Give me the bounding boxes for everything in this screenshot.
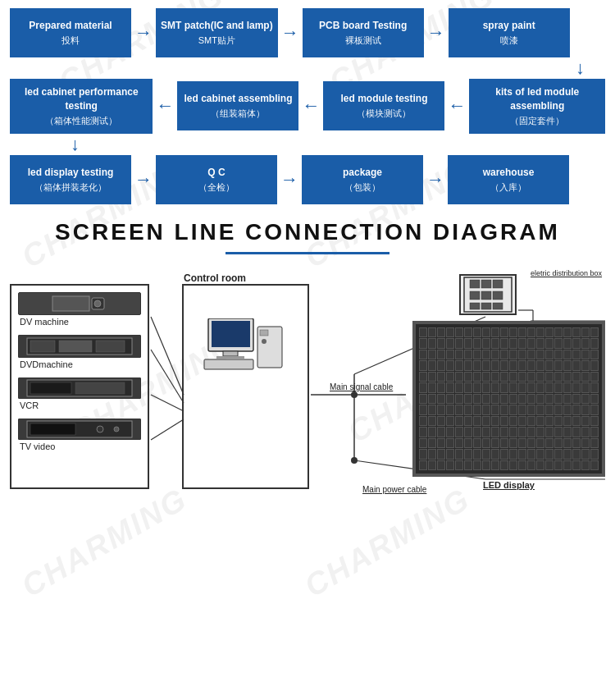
arrow-3: → xyxy=(427,22,445,43)
led-cell xyxy=(545,460,554,470)
led-cell xyxy=(518,405,526,414)
page-content: Prepared material 投料 → SMT patch(IC and … xyxy=(0,0,615,530)
flow-box-label-en: PCB board Testing xyxy=(319,19,407,33)
led-cell xyxy=(482,360,490,370)
led-cell xyxy=(464,427,472,437)
led-cell xyxy=(428,405,436,414)
arrow-5: ← xyxy=(302,95,320,117)
control-room-label: Control room xyxy=(184,272,246,284)
svg-point-28 xyxy=(114,427,119,432)
arrow-7: → xyxy=(134,169,153,190)
led-cell xyxy=(590,327,599,337)
led-cell xyxy=(491,338,499,348)
led-cell xyxy=(581,405,590,414)
led-cell xyxy=(437,438,445,448)
led-cell xyxy=(500,427,508,437)
led-cell xyxy=(464,338,472,348)
led-cell xyxy=(491,416,499,426)
arrow-6: ← xyxy=(156,95,174,117)
led-cell xyxy=(482,405,490,414)
led-cell xyxy=(545,438,554,448)
led-cell xyxy=(581,427,590,437)
led-cell xyxy=(572,449,581,459)
led-cell xyxy=(455,360,463,370)
led-cell xyxy=(419,382,427,392)
led-cell xyxy=(464,327,472,337)
device-dvd: DVDmachine xyxy=(18,335,141,369)
devices-box: DV machine DVDmachine xyxy=(10,284,149,489)
led-cell xyxy=(518,382,526,392)
led-cell xyxy=(581,460,590,470)
flow-row-3: led display testing （箱体拼装老化） → Q C （全检） … xyxy=(10,155,605,204)
flow-box-pcb: PCB board Testing 裸板测试 xyxy=(303,8,424,57)
led-cell xyxy=(491,394,499,404)
flow-box-label-cn: 投料 xyxy=(61,34,80,47)
led-cell xyxy=(419,360,427,370)
down-arrow-2: ↓ xyxy=(10,135,605,153)
led-cell xyxy=(572,427,581,437)
led-cell xyxy=(518,372,526,382)
flow-box-spray: spray paint 喷漆 xyxy=(449,8,570,57)
led-cell xyxy=(419,449,427,459)
led-cell xyxy=(446,460,454,470)
led-cell xyxy=(572,327,581,337)
led-cell xyxy=(500,327,508,337)
led-cell xyxy=(455,405,463,414)
device-dv: DV machine xyxy=(18,292,141,327)
led-cell xyxy=(527,416,535,426)
led-cell xyxy=(554,427,563,437)
flow-box-led-kits: kits of led module assembling （固定套件） xyxy=(469,79,605,134)
dv-label: DV machine xyxy=(18,317,141,327)
led-cell xyxy=(536,360,544,370)
led-cell xyxy=(437,405,445,414)
led-cell xyxy=(572,416,581,426)
led-cell xyxy=(419,350,427,359)
led-cell xyxy=(518,350,526,359)
led-cell xyxy=(536,416,544,426)
flow-box-label-en: led cabinet performance testing xyxy=(15,85,148,113)
led-cell xyxy=(482,416,490,426)
svg-rect-45 xyxy=(481,303,491,309)
svg-rect-46 xyxy=(493,303,503,309)
flow-box-label-cn: （箱体性能测试） xyxy=(45,115,117,127)
svg-rect-40 xyxy=(493,280,503,288)
led-cell xyxy=(581,350,590,359)
led-cell xyxy=(455,460,463,470)
led-cell xyxy=(563,449,572,459)
led-cell xyxy=(590,372,599,382)
led-cell xyxy=(482,460,490,470)
svg-rect-15 xyxy=(52,296,89,311)
led-cell xyxy=(563,360,572,370)
led-cell xyxy=(491,327,499,337)
led-cell xyxy=(536,327,544,337)
led-cell xyxy=(419,416,427,426)
led-cell xyxy=(554,394,563,404)
svg-rect-30 xyxy=(212,321,250,347)
led-cell xyxy=(554,350,563,359)
arrow-2: → xyxy=(281,22,299,43)
led-cell xyxy=(464,372,472,382)
led-cell xyxy=(563,382,572,392)
flow-box-label-en: led module testing xyxy=(340,92,427,106)
led-cell xyxy=(527,438,535,448)
led-cell xyxy=(590,350,599,359)
led-cell xyxy=(437,416,445,426)
led-cell xyxy=(419,427,427,437)
led-cell xyxy=(563,338,572,348)
led-cell xyxy=(581,416,590,426)
led-cell xyxy=(473,327,481,337)
flow-box-label-cn: （入库） xyxy=(490,181,526,194)
svg-rect-38 xyxy=(470,280,480,288)
led-cell xyxy=(581,449,590,459)
led-cell xyxy=(509,394,517,404)
led-cell xyxy=(500,394,508,404)
led-cell xyxy=(545,416,554,426)
svg-rect-31 xyxy=(223,351,238,356)
led-cell xyxy=(491,449,499,459)
svg-rect-26 xyxy=(30,423,75,435)
led-cell xyxy=(509,372,517,382)
led-cell xyxy=(500,405,508,414)
led-cell xyxy=(482,338,490,348)
flow-box-label-en: warehouse xyxy=(483,166,535,180)
led-cell xyxy=(563,427,572,437)
